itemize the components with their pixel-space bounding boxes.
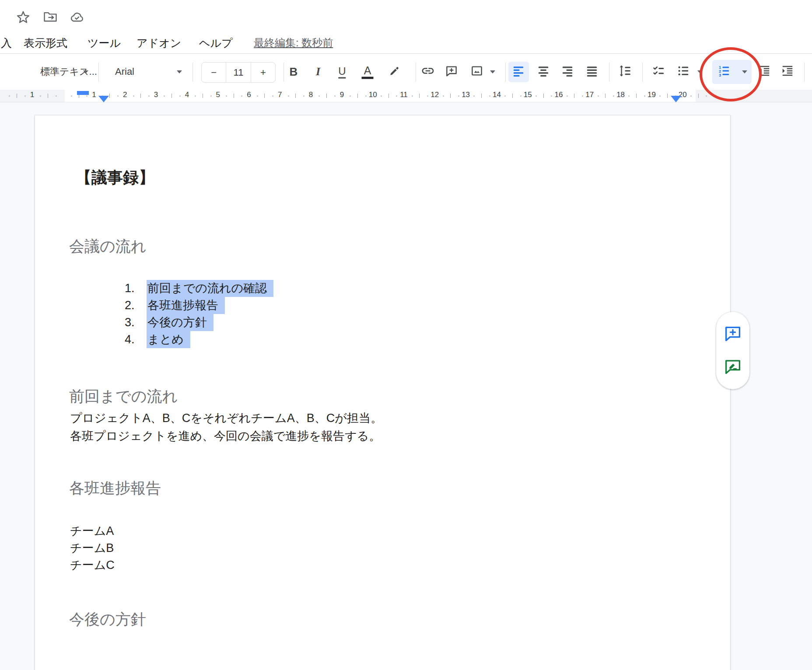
decrease-indent-button[interactable] bbox=[758, 64, 771, 79]
ruler-tick bbox=[396, 95, 397, 97]
ruler-tick bbox=[318, 95, 320, 97]
bulleted-list-caret-icon[interactable] bbox=[697, 70, 703, 73]
list-number: 2. bbox=[125, 297, 139, 314]
menu-addons[interactable]: アドオン bbox=[136, 34, 181, 53]
team-line[interactable]: チームC bbox=[70, 556, 115, 574]
justify-button[interactable] bbox=[585, 64, 598, 79]
insert-image-caret-icon[interactable] bbox=[490, 70, 495, 73]
star-icon[interactable] bbox=[16, 10, 31, 26]
ruler-tick bbox=[365, 95, 367, 97]
increase-indent-button[interactable] bbox=[781, 64, 794, 79]
left-indent-marker[interactable] bbox=[98, 96, 109, 102]
heading-agenda[interactable]: 会議の流れ bbox=[69, 237, 147, 256]
menu-help[interactable]: ヘルプ bbox=[199, 34, 233, 53]
style-dropdown[interactable]: 標準テキス... bbox=[40, 54, 97, 90]
ruler-number: 7 bbox=[278, 91, 282, 99]
italic-button[interactable]: I bbox=[316, 65, 320, 78]
last-edit-link[interactable]: 最終編集: 数秒前 bbox=[254, 34, 333, 53]
document-page[interactable]: 【議事録】 会議の流れ 1.前回までの流れの確認 2.各班進捗報告 3.今後の方… bbox=[35, 115, 730, 670]
checklist-button[interactable] bbox=[652, 64, 665, 79]
underline-button[interactable]: U bbox=[338, 65, 346, 79]
body-text-line[interactable]: プロジェクトA、B、CをそれぞれチームA、B、Cが担当。 bbox=[70, 409, 382, 427]
right-indent-marker[interactable] bbox=[671, 96, 681, 102]
insert-link-button[interactable] bbox=[421, 64, 435, 80]
ruler-tick bbox=[427, 95, 428, 97]
selected-text[interactable]: 前回までの流れの確認 bbox=[147, 280, 273, 297]
ruler-tick bbox=[667, 94, 668, 98]
ruler-tick bbox=[698, 94, 699, 98]
team-line[interactable]: チームA bbox=[70, 522, 114, 540]
move-folder-icon[interactable] bbox=[43, 10, 58, 26]
cloud-saved-icon[interactable] bbox=[70, 10, 84, 26]
ruler-tick bbox=[272, 95, 273, 97]
ruler-tick bbox=[140, 94, 141, 98]
line-spacing-button[interactable] bbox=[619, 64, 632, 79]
font-dropdown-caret-icon[interactable] bbox=[177, 70, 182, 73]
ruler-number: 8 bbox=[309, 91, 313, 99]
font-size-input[interactable]: 11 bbox=[226, 63, 250, 82]
ruler-tick bbox=[412, 95, 413, 97]
list-number: 3. bbox=[125, 314, 139, 331]
numbered-list-button[interactable]: 1 2 3 bbox=[718, 64, 731, 79]
numbered-list-caret-icon[interactable] bbox=[742, 70, 747, 73]
ruler-number: 3 bbox=[154, 91, 158, 99]
ruler-tick bbox=[117, 95, 119, 97]
first-line-indent-marker[interactable] bbox=[77, 91, 89, 95]
increase-font-button[interactable]: + bbox=[251, 63, 275, 82]
menu-insert-partial[interactable]: 入 bbox=[1, 34, 12, 53]
list-item[interactable]: 4.まとめ bbox=[125, 331, 190, 348]
ruler-tick bbox=[350, 95, 351, 97]
align-right-button[interactable] bbox=[561, 64, 574, 79]
selected-text[interactable]: 今後の方針 bbox=[147, 314, 214, 331]
ruler-tick bbox=[636, 94, 637, 98]
ruler-margin-right bbox=[696, 90, 812, 102]
align-left-button[interactable] bbox=[512, 64, 525, 79]
list-item[interactable]: 1.前回までの流れの確認 bbox=[125, 280, 273, 297]
list-item[interactable]: 2.各班進捗報告 bbox=[125, 297, 225, 314]
add-comment-button[interactable] bbox=[445, 64, 458, 79]
menu-format[interactable]: 表示形式 bbox=[24, 34, 67, 53]
ruler-tick bbox=[381, 95, 382, 97]
list-number: 1. bbox=[125, 280, 139, 297]
suggest-edits-button[interactable] bbox=[723, 357, 742, 378]
toolbar-divider bbox=[804, 63, 805, 82]
decrease-font-button[interactable]: − bbox=[202, 63, 226, 82]
doc-title[interactable]: 【議事録】 bbox=[76, 168, 154, 188]
insert-image-button[interactable] bbox=[470, 64, 483, 79]
selected-text[interactable]: まとめ bbox=[147, 331, 190, 348]
ruler-tick bbox=[226, 95, 227, 97]
ruler-tick bbox=[512, 94, 513, 98]
heading-policy[interactable]: 今後の方針 bbox=[69, 610, 146, 629]
heading-progress[interactable]: 各班進捗報告 bbox=[69, 478, 161, 498]
highlight-color-button[interactable] bbox=[388, 64, 401, 79]
ruler-tick bbox=[164, 95, 165, 97]
ruler-tick bbox=[109, 94, 110, 98]
team-line[interactable]: チームB bbox=[70, 539, 114, 557]
ruler-tick bbox=[450, 94, 451, 98]
bold-button[interactable]: B bbox=[290, 65, 298, 79]
selected-text[interactable]: 各班進捗報告 bbox=[147, 297, 225, 314]
ruler-number: 6 bbox=[247, 91, 251, 99]
ruler[interactable]: 11234567891011121314151617181920 bbox=[0, 90, 812, 102]
ruler-number: 19 bbox=[648, 91, 656, 99]
list-item[interactable]: 3.今後の方針 bbox=[125, 314, 214, 331]
ruler-number: 12 bbox=[430, 91, 439, 99]
ruler-tick bbox=[234, 94, 234, 98]
font-dropdown[interactable]: Arial bbox=[115, 54, 134, 90]
text-color-button[interactable]: A bbox=[362, 65, 374, 79]
add-comment-floating-button[interactable] bbox=[723, 324, 742, 345]
ruler-tick bbox=[628, 95, 630, 97]
toolbar-divider bbox=[98, 63, 99, 82]
body-text-line[interactable]: 各班プロジェクトを進め、今回の会議で進捗を報告する。 bbox=[70, 427, 381, 445]
style-dropdown-caret-icon[interactable] bbox=[83, 70, 88, 73]
ruler-tick bbox=[567, 95, 568, 97]
ruler-tick bbox=[148, 95, 150, 97]
ruler-tick bbox=[543, 94, 544, 98]
menu-tools[interactable]: ツール bbox=[88, 34, 121, 53]
ruler-tick bbox=[605, 94, 606, 98]
align-center-button[interactable] bbox=[537, 64, 550, 79]
heading-previous[interactable]: 前回までの流れ bbox=[69, 387, 178, 406]
ruler-tick bbox=[458, 95, 459, 97]
ruler-number: 17 bbox=[585, 91, 594, 99]
bulleted-list-button[interactable] bbox=[677, 64, 690, 79]
